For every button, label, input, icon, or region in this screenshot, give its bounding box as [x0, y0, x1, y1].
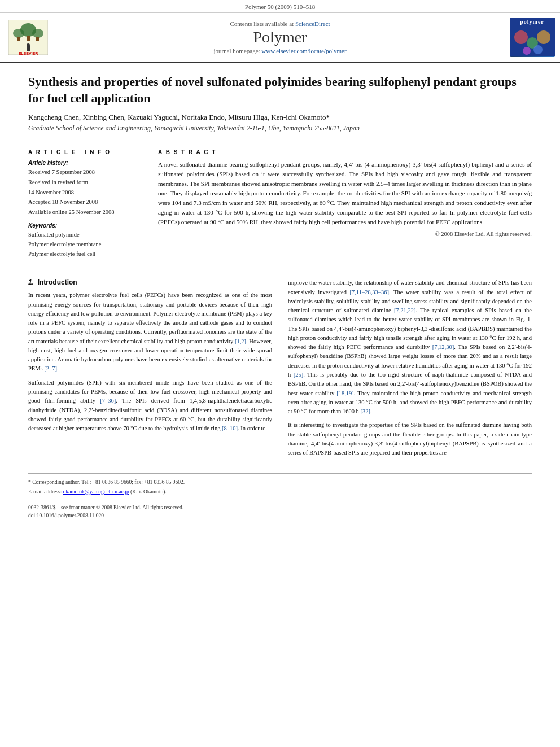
right-para-2: It is interesting to investigate the pro… — [288, 421, 532, 457]
svg-rect-6 — [36, 37, 39, 41]
svg-rect-8 — [27, 46, 30, 51]
ref-2-7[interactable]: [2–7] — [44, 365, 57, 372]
abstract-text: A novel sulfonated diamine bearing sulfo… — [158, 160, 532, 227]
journal-header: ELSEVIER Contents lists available at Sci… — [0, 13, 560, 63]
svg-point-3 — [13, 29, 24, 38]
elsevier-logo-area: ELSEVIER — [0, 13, 56, 62]
copyright: © 2008 Elsevier Ltd. All rights reserved… — [158, 231, 532, 237]
polymer-logo: polymer — [510, 18, 555, 57]
intro-para-1: In recent years, polymer electrolyte fue… — [28, 291, 272, 373]
bottom-bar: 0032-3861/$ – see front matter © 2008 El… — [28, 504, 532, 520]
footnote-corresponding: * Corresponding author. Tel.: +81 0836 8… — [28, 478, 532, 486]
ref-7-28[interactable]: [7,11–28,33–36] — [349, 289, 389, 295]
page: Polymer 50 (2009) 510–518 — [0, 0, 560, 747]
bottom-left: 0032-3861/$ – see front matter © 2008 El… — [28, 504, 183, 520]
ref-1-2[interactable]: [1,2] — [235, 338, 246, 344]
authors: Kangcheng Chen, Xinbing Chen, Kazuaki Ya… — [28, 113, 532, 122]
sciencedirect-link[interactable]: ScienceDirect — [295, 20, 330, 27]
ref-32[interactable]: [32] — [360, 408, 370, 414]
revised-label: Received in revised form — [28, 178, 141, 187]
section-divider — [28, 269, 532, 269]
main-content: Synthesis and properties of novel sulfon… — [0, 63, 560, 536]
homepage-label: journal homepage: — [213, 47, 261, 54]
elsevier-logo: ELSEVIER — [6, 20, 51, 55]
svg-point-14 — [533, 45, 542, 54]
divider-1 — [28, 143, 532, 143]
svg-point-11 — [514, 30, 528, 44]
body-columns: 1. Introduction In recent years, polymer… — [28, 278, 532, 462]
info-abstract-row: A R T I C L E I N F O Article history: R… — [28, 149, 532, 259]
abstract-heading: A B S T R A C T — [158, 149, 532, 155]
history-label: Article history: — [28, 160, 141, 166]
svg-rect-4 — [17, 37, 20, 41]
revised-date: 14 November 2008 — [28, 188, 141, 197]
ref-7-36[interactable]: [7–36] — [100, 397, 116, 404]
elsevier-logo-svg: ELSEVIER — [8, 20, 48, 55]
svg-point-13 — [537, 30, 550, 44]
body-left-col: 1. Introduction In recent years, polymer… — [28, 278, 272, 462]
intro-para-2: Sulfonated polyimides (SPIs) with six-me… — [28, 378, 272, 434]
keyword-2: Polymer electrolyte membrane — [28, 240, 141, 250]
email-link[interactable]: okamotok@yamaguchi-u.ac.jp — [63, 489, 129, 495]
affiliation: Graduate School of Science and Engineeri… — [28, 124, 532, 133]
journal-citation: Polymer 50 (2009) 510–518 — [245, 3, 315, 10]
keywords-label: Keywords: — [28, 222, 141, 229]
online-text: Available online 25 November 2008 — [28, 208, 141, 217]
article-info-heading: A R T I C L E I N F O — [28, 149, 141, 155]
section-number: 1. — [28, 278, 34, 286]
sciencedirect-text: Contents lists available at ScienceDirec… — [230, 20, 330, 27]
ref-25[interactable]: [25] — [294, 372, 304, 378]
svg-text:ELSEVIER: ELSEVIER — [18, 51, 38, 55]
intro-label: Introduction — [38, 278, 77, 286]
svg-point-5 — [32, 29, 43, 38]
article-title: Synthesis and properties of novel sulfon… — [28, 74, 532, 106]
synthesized-word: synthesized — [488, 440, 515, 447]
ref-7-21[interactable]: [7,21,22] — [394, 307, 416, 313]
issn-text: 0032-3861/$ – see front matter © 2008 El… — [28, 504, 183, 512]
article-info-col: A R T I C L E I N F O Article history: R… — [28, 149, 141, 259]
keyword-3: Polymer electrolyte fuel cell — [28, 250, 141, 259]
ref-8-10[interactable]: [8–10] — [222, 425, 238, 431]
abstract-col: A B S T R A C T A novel sulfonated diami… — [158, 149, 532, 259]
body-right-col: improve the water stability, the relatio… — [288, 278, 532, 462]
polymer-logo-title: polymer — [510, 18, 555, 26]
received-text: Received 7 September 2008 — [28, 168, 141, 177]
journal-title: Polymer — [253, 28, 307, 46]
homepage-link[interactable]: www.elsevier.com/locate/polymer — [261, 47, 346, 54]
polymer-cover-image — [510, 26, 555, 56]
doi-text: doi:10.1016/j.polymer.2008.11.020 — [28, 512, 183, 519]
keyword-1: Sulfonated polyimide — [28, 230, 141, 240]
top-bar: Polymer 50 (2009) 510–518 — [0, 0, 560, 13]
journal-homepage: journal homepage: www.elsevier.com/locat… — [213, 47, 346, 54]
intro-title: 1. Introduction — [28, 278, 272, 286]
ref-7-30[interactable]: [7,12,30] — [432, 344, 454, 350]
footnote-email: E-mail address: okamotok@yamaguchi-u.ac.… — [28, 488, 532, 496]
right-para-1: improve the water stability, the relatio… — [288, 278, 532, 416]
and-word: and — [518, 440, 527, 447]
header-center: Contents lists available at ScienceDirec… — [56, 13, 504, 62]
footnote-area: * Corresponding author. Tel.: +81 0836 8… — [28, 473, 532, 496]
svg-rect-2 — [27, 36, 30, 41]
svg-point-15 — [523, 47, 531, 55]
polymer-logo-area: polymer — [504, 13, 560, 62]
ref-18-19[interactable]: [18,19] — [336, 390, 354, 396]
accepted-text: Accepted 18 November 2008 — [28, 198, 141, 207]
